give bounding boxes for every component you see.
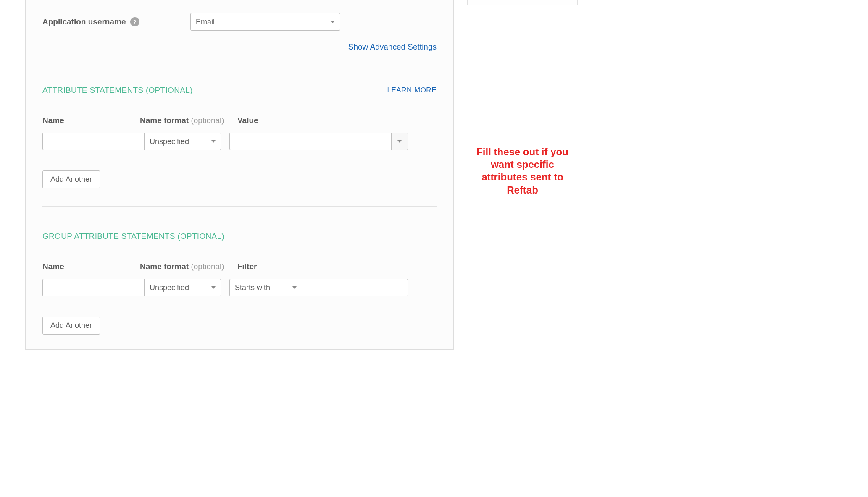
col-header-name: Name — [42, 116, 140, 125]
group-section-title: GROUP ATTRIBUTE STATEMENTS (OPTIONAL) — [42, 232, 224, 241]
chevron-down-icon — [397, 140, 402, 143]
learn-more-link[interactable]: LEARN MORE — [387, 86, 437, 94]
group-col-header-name: Name — [42, 262, 140, 271]
app-username-row: Application username ? Email — [42, 13, 437, 31]
attr-format-select[interactable]: Unspecified — [145, 133, 221, 150]
attr-value-input[interactable] — [229, 133, 392, 150]
show-advanced-link[interactable]: Show Advanced Settings — [348, 42, 437, 51]
group-name-input[interactable] — [42, 279, 145, 296]
group-format-select[interactable]: Unspecified — [145, 279, 221, 296]
add-another-group-button[interactable]: Add Another — [42, 317, 100, 335]
chevron-down-icon — [292, 286, 297, 289]
filter-value-input[interactable] — [302, 279, 408, 296]
settings-panel: Application username ? Email Show Advanc… — [25, 0, 454, 350]
chevron-down-icon — [211, 140, 216, 143]
side-panel-stub — [467, 0, 578, 5]
attr-value-dropdown[interactable] — [392, 133, 408, 150]
group-col-header-format: Name format (optional) — [140, 262, 237, 271]
filter-op-select[interactable]: Starts with — [229, 279, 302, 296]
col-header-value: Value — [237, 116, 437, 125]
attr-value-combo — [229, 133, 408, 150]
app-username-value: Email — [196, 18, 215, 26]
app-username-label: Application username — [42, 17, 126, 26]
add-another-attr-button[interactable]: Add Another — [42, 170, 100, 188]
app-username-select[interactable]: Email — [190, 13, 340, 31]
help-icon[interactable]: ? — [130, 17, 139, 26]
divider — [42, 206, 437, 207]
group-col-header-filter: Filter — [237, 262, 437, 271]
attr-section-title: ATTRIBUTE STATEMENTS (OPTIONAL) — [42, 86, 193, 95]
annotation-text: Fill these out if you want specific attr… — [467, 146, 578, 196]
attr-name-input[interactable] — [42, 133, 145, 150]
col-header-format: Name format (optional) — [140, 116, 237, 125]
chevron-down-icon — [331, 21, 335, 23]
divider — [42, 60, 437, 60]
chevron-down-icon — [211, 286, 216, 289]
